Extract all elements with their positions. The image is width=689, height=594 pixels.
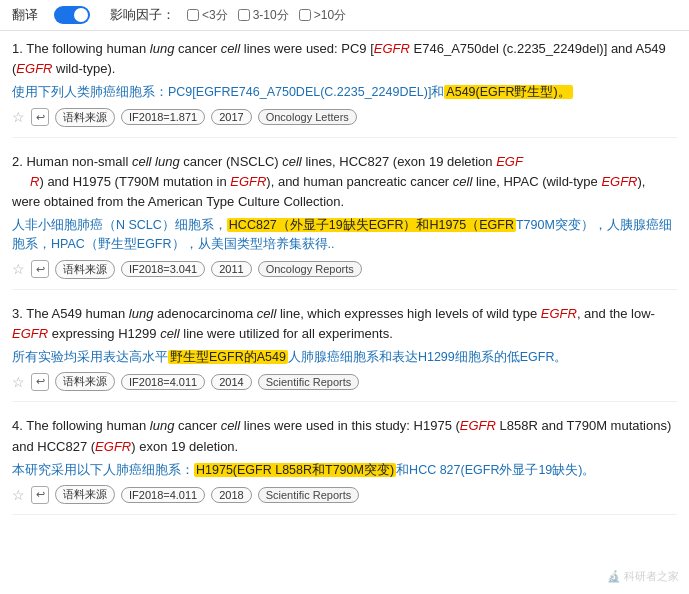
result-item-1: 1. The following human lung cancer cell … — [12, 39, 677, 138]
result-3-star[interactable]: ☆ — [12, 374, 25, 390]
result-4-number: 4. — [12, 418, 26, 433]
result-4-meta: ☆ ↩ 语料来源 IF2018=4.011 2018 Scientific Re… — [12, 485, 677, 504]
result-2-if: IF2018=3.041 — [121, 261, 205, 277]
filter-3-10-checkbox[interactable] — [238, 9, 250, 21]
result-3-meta: ☆ ↩ 语料来源 IF2018=4.011 2014 Scientific Re… — [12, 372, 677, 391]
result-4-journal: Scientific Reports — [258, 487, 360, 503]
filter-3-10-label: 3-10分 — [253, 7, 289, 24]
egfr-2c: EGFR — [601, 174, 637, 189]
result-1-en: 1. The following human lung cancer cell … — [12, 39, 677, 79]
top-bar: 翻译 影响因子： <3分 3-10分 >10分 — [0, 0, 689, 31]
result-1-journal: Oncology Letters — [258, 109, 357, 125]
result-2-cite[interactable]: ↩ — [31, 260, 49, 278]
result-3-number: 3. — [12, 306, 26, 321]
filter-gt10[interactable]: >10分 — [299, 7, 346, 24]
result-3-zh: 所有实验均采用表达高水平野生型EGFR的A549人肺腺癌细胞系和表达H1299细… — [12, 348, 677, 367]
lung-3: lung — [129, 306, 154, 321]
result-1-meta: ☆ ↩ 语料来源 IF2018=1.871 2017 Oncology Lett… — [12, 108, 677, 127]
lung-1: lung — [150, 41, 175, 56]
filter-lt3-label: <3分 — [202, 7, 228, 24]
result-item-4: 4. The following human lung cancer cell … — [12, 416, 677, 515]
egfr-2b: EGFR — [230, 174, 266, 189]
watermark-icon: 🔬 — [607, 570, 621, 582]
egfr-1a: EGFR — [374, 41, 410, 56]
result-item-2: 2. Human non-small cell lung cancer (NSC… — [12, 152, 677, 290]
result-3-en: 3. The A549 human lung adenocarcinoma ce… — [12, 304, 677, 344]
cell-2: cell — [282, 154, 302, 169]
filter-lt3[interactable]: <3分 — [187, 7, 228, 24]
egfr-2a: EGF R — [12, 154, 523, 189]
result-3-journal: Scientific Reports — [258, 374, 360, 390]
result-1-if: IF2018=1.871 — [121, 109, 205, 125]
egfr-4a: EGFR — [460, 418, 496, 433]
result-3-year: 2014 — [211, 374, 251, 390]
cell-1: cell — [221, 41, 241, 56]
result-3-zh-highlight: 野生型EGFR的A549 — [168, 350, 288, 364]
result-2-year: 2011 — [211, 261, 251, 277]
result-2-star[interactable]: ☆ — [12, 261, 25, 277]
result-3-source[interactable]: 语料来源 — [55, 372, 115, 391]
result-4-if: IF2018=4.011 — [121, 487, 205, 503]
egfr-3a: EGFR — [541, 306, 577, 321]
filter-gt10-label: >10分 — [314, 7, 346, 24]
translate-label: 翻译 — [12, 6, 38, 24]
egfr-1b: EGFR — [16, 61, 52, 76]
result-1-zh-highlight: A549(EGFR野生型)。 — [444, 85, 572, 99]
result-item-3: 3. The A549 human lung adenocarcinoma ce… — [12, 304, 677, 403]
result-1-cite[interactable]: ↩ — [31, 108, 49, 126]
filter-3-10[interactable]: 3-10分 — [238, 7, 289, 24]
lung-4: lung — [150, 418, 175, 433]
result-2-number: 2. — [12, 154, 26, 169]
result-1-star[interactable]: ☆ — [12, 109, 25, 125]
cell-3b: cell — [160, 326, 180, 341]
cell-3: cell — [257, 306, 277, 321]
impact-label: 影响因子： — [110, 6, 175, 24]
result-4-cite[interactable]: ↩ — [31, 486, 49, 504]
result-2-journal: Oncology Reports — [258, 261, 362, 277]
results-content: 1. The following human lung cancer cell … — [0, 31, 689, 537]
translate-toggle[interactable] — [54, 6, 90, 24]
result-4-en: 4. The following human lung cancer cell … — [12, 416, 677, 456]
result-4-source[interactable]: 语料来源 — [55, 485, 115, 504]
filter-group: <3分 3-10分 >10分 — [187, 7, 346, 24]
egfr-3b: EGFR — [12, 326, 48, 341]
result-4-year: 2018 — [211, 487, 251, 503]
result-3-if: IF2018=4.011 — [121, 374, 205, 390]
watermark: 🔬 科研者之家 — [607, 569, 679, 584]
result-2-zh-highlight: HCC827（外显子19缺失EGFR）和H1975（EGFR — [227, 218, 516, 232]
cell-lung-2: cell lung — [132, 154, 180, 169]
result-2-en: 2. Human non-small cell lung cancer (NSC… — [12, 152, 677, 212]
result-1-year: 2017 — [211, 109, 251, 125]
result-4-zh: 本研究采用以下人肺癌细胞系：H1975(EGFR L858R和T790M突变)和… — [12, 461, 677, 480]
filter-lt3-checkbox[interactable] — [187, 9, 199, 21]
result-3-cite[interactable]: ↩ — [31, 373, 49, 391]
result-4-star[interactable]: ☆ — [12, 487, 25, 503]
filter-gt10-checkbox[interactable] — [299, 9, 311, 21]
watermark-text: 科研者之家 — [624, 570, 679, 582]
result-1-source[interactable]: 语料来源 — [55, 108, 115, 127]
result-1-number: 1. — [12, 41, 26, 56]
result-1-zh: 使用下列人类肺癌细胞系：PC9[EGFRE746_A750DEL(C.2235_… — [12, 83, 677, 102]
cell-2b: cell — [453, 174, 473, 189]
egfr-4b: EGFR — [95, 439, 131, 454]
result-2-source[interactable]: 语料来源 — [55, 260, 115, 279]
result-2-zh: 人非小细胞肺癌（N SCLC）细胞系，HCC827（外显子19缺失EGFR）和H… — [12, 216, 677, 255]
cell-4: cell — [221, 418, 241, 433]
result-2-meta: ☆ ↩ 语料来源 IF2018=3.041 2011 Oncology Repo… — [12, 260, 677, 279]
result-4-zh-highlight: H1975(EGFR L858R和T790M突变) — [194, 463, 396, 477]
